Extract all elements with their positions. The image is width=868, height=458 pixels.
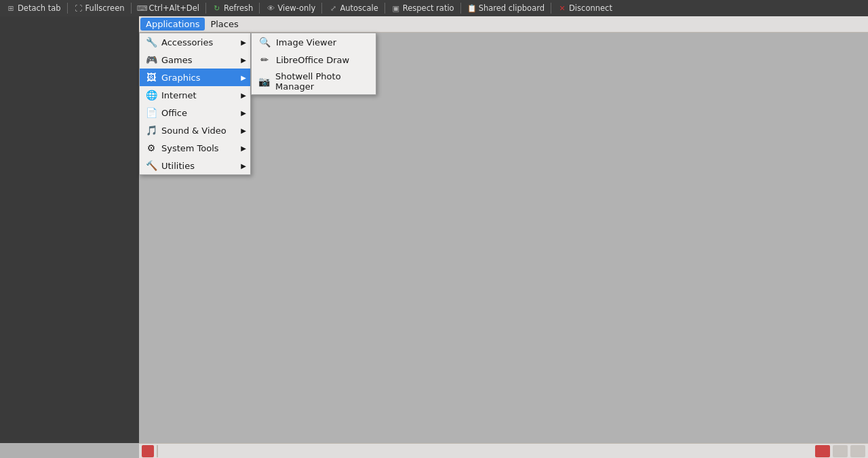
office-icon: 📄 [145, 107, 157, 119]
arrow-icon: ▶ [241, 145, 246, 152]
games-icon: 🎮 [145, 54, 157, 66]
graphics-icon: 🖼 [145, 71, 157, 83]
arrow-icon: ▶ [241, 74, 246, 81]
shared-clipboard-button[interactable]: 📋 Shared clipboard [464, 2, 548, 14]
arrow-icon: ▶ [241, 109, 246, 117]
toolbar-separator-1 [67, 3, 68, 14]
fullscreen-icon: ⛶ [74, 3, 83, 13]
ctrl-alt-del-button[interactable]: ⌨ Ctrl+Alt+Del [134, 2, 203, 14]
toolbar: ⊞ Detach tab ⛶ Fullscreen ⌨ Ctrl+Alt+Del… [0, 0, 868, 16]
autoscale-button[interactable]: ⤢ Autoscale [325, 2, 381, 14]
keyboard-icon: ⌨ [138, 3, 147, 13]
eye-icon: 👁 [266, 3, 275, 13]
main-area: Applications Places 🔧 Accessories ▶ 🎮 Ga… [0, 16, 868, 458]
ratio-icon: ▣ [391, 3, 401, 13]
view-only-button[interactable]: 👁 View-only [262, 2, 319, 14]
menu-item-internet[interactable]: 🌐 Internet ▶ [140, 86, 250, 104]
menu-item-sound-video[interactable]: 🎵 Sound & Video ▶ [140, 121, 250, 139]
places-menu[interactable]: Places [205, 18, 243, 31]
disconnect-button[interactable]: ✕ Disconnect [554, 2, 616, 14]
toolbar-separator-7 [460, 3, 461, 14]
disconnect-icon: ✕ [557, 3, 567, 13]
menu-item-office[interactable]: 📄 Office ▶ [140, 104, 250, 121]
autoscale-icon: ⤢ [328, 3, 338, 13]
menubar: Applications Places [139, 16, 868, 33]
submenu-shotwell[interactable]: 📷 Shotwell Photo Manager [252, 69, 376, 94]
toolbar-separator-5 [321, 3, 322, 14]
detach-tab-button[interactable]: ⊞ Detach tab [3, 2, 64, 14]
sound-video-icon: 🎵 [145, 124, 157, 136]
arrow-icon: ▶ [241, 127, 246, 134]
toolbar-separator-4 [259, 3, 260, 14]
arrow-icon: ▶ [241, 56, 246, 64]
utilities-icon: 🔨 [145, 159, 157, 172]
toolbar-separator-2 [131, 3, 132, 14]
taskbar-right-button-2[interactable] [833, 445, 848, 457]
detach-icon: ⊞ [6, 3, 16, 13]
refresh-button[interactable]: ↻ Refresh [209, 2, 256, 14]
image-viewer-icon: 🔍 [258, 36, 271, 48]
clipboard-icon: 📋 [467, 3, 477, 13]
menu-item-accessories[interactable]: 🔧 Accessories ▶ [140, 33, 250, 51]
taskbar-right-button-1[interactable] [815, 445, 830, 457]
fullscreen-button[interactable]: ⛶ Fullscreen [71, 2, 128, 14]
arrow-icon: ▶ [241, 92, 246, 99]
respect-ratio-button[interactable]: ▣ Respect ratio [388, 2, 458, 14]
taskbar-right-button-3[interactable] [850, 445, 865, 457]
taskbar-left [142, 445, 159, 457]
arrow-icon: ▶ [241, 39, 246, 46]
applications-menu[interactable]: Applications [140, 18, 205, 31]
toolbar-separator-8 [551, 3, 551, 14]
arrow-icon: ▶ [241, 162, 246, 170]
refresh-icon: ↻ [212, 3, 222, 13]
submenu-image-viewer[interactable]: 🔍 Image Viewer [252, 33, 376, 51]
internet-icon: 🌐 [145, 89, 157, 101]
submenu-libreoffice-draw[interactable]: ✏ LibreOffice Draw [252, 51, 376, 69]
menu-item-games[interactable]: 🎮 Games ▶ [140, 51, 250, 69]
graphics-submenu: 🔍 Image Viewer ✏ LibreOffice Draw 📷 Shot… [251, 33, 376, 95]
taskbar-separator [157, 445, 158, 457]
taskbar-right [815, 445, 865, 457]
accessories-icon: 🔧 [145, 36, 157, 48]
taskbar [139, 443, 868, 458]
taskbar-app-button[interactable] [142, 445, 154, 457]
libreoffice-draw-icon: ✏ [258, 54, 271, 66]
toolbar-separator-6 [384, 3, 385, 14]
shotwell-icon: 📷 [258, 75, 270, 88]
toolbar-separator-3 [205, 3, 206, 14]
menu-item-graphics[interactable]: 🖼 Graphics ▶ [140, 69, 250, 86]
menu-item-system-tools[interactable]: ⚙ System Tools ▶ [140, 139, 250, 157]
system-tools-icon: ⚙ [145, 142, 157, 154]
left-panel [0, 16, 139, 443]
menu-item-utilities[interactable]: 🔨 Utilities ▶ [140, 157, 250, 174]
applications-menu-popup: 🔧 Accessories ▶ 🎮 Games ▶ 🖼 Graphics ▶ 🌐… [139, 33, 251, 175]
